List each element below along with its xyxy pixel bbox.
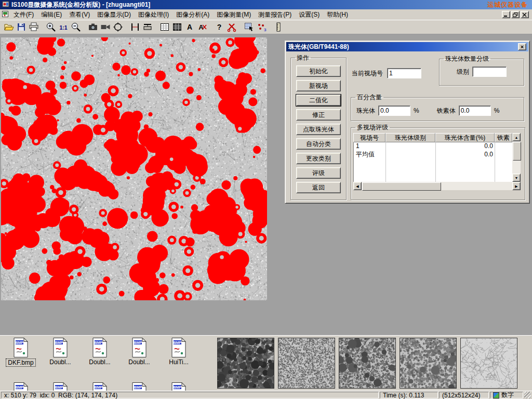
- pointer-grid-icon[interactable]: [243, 21, 255, 33]
- mdi-window-buttons: [502, 11, 530, 18]
- ops-button-8[interactable]: 返回: [296, 182, 341, 193]
- menu-item-0[interactable]: 文件(F): [10, 9, 37, 20]
- menu-item-8[interactable]: 设置(S): [295, 9, 323, 20]
- grade-input[interactable]: [472, 66, 507, 77]
- thumbnail-image-2[interactable]: [339, 338, 396, 389]
- thumbnail-image-1[interactable]: [278, 338, 335, 389]
- micrograph-image[interactable]: [1, 37, 267, 300]
- open-icon[interactable]: [3, 21, 15, 33]
- table-vertical-scrollbar[interactable]: ▲ ▼: [512, 133, 521, 182]
- thumbnail-image-4[interactable]: [460, 338, 517, 389]
- child-minimize-button[interactable]: [502, 11, 510, 18]
- grid-measure-icon[interactable]: [158, 21, 170, 33]
- caliper-icon[interactable]: [129, 21, 141, 33]
- statusbar: x: 510 y: 79 idx: 0 RGB: (174, 174, 174)…: [0, 391, 532, 399]
- percent-sign: %: [494, 107, 500, 114]
- thumbnail-image-3[interactable]: [400, 338, 457, 389]
- child-close-button[interactable]: [521, 11, 529, 18]
- file-item-partial[interactable]: BMP: [122, 382, 157, 391]
- app-window: IS100显微摄像系统(金相分析版) - [zhuguangti01] 运城仪器…: [0, 0, 532, 399]
- grading-group: 珠光体数量分级 级别: [439, 55, 524, 86]
- counter-icon[interactable]: 3: [255, 21, 267, 33]
- video-icon[interactable]: [99, 21, 111, 33]
- file-item-partial[interactable]: BMP: [82, 382, 117, 391]
- menu-item-7[interactable]: 测量报告(P): [255, 9, 295, 20]
- ops-button-0[interactable]: 初始化: [296, 65, 341, 77]
- help-icon[interactable]: ?: [213, 21, 225, 33]
- scroll-up-icon[interactable]: ▲: [512, 133, 521, 141]
- file-item-0[interactable]: BMPDKF.bmp: [3, 337, 38, 367]
- menu-item-3[interactable]: 图像显示(D): [94, 9, 135, 20]
- multi-field-group: 多视场评级 视场号珠光体级别珠光体含量(%)铁素 10.0平均值0.0 ▲ ▼ …: [351, 123, 525, 200]
- menu-item-4[interactable]: 图像处理(I): [135, 9, 172, 20]
- current-field-input[interactable]: [387, 68, 421, 78]
- mode-panel: 数字: [490, 392, 523, 398]
- bmp-file-icon: BMP: [130, 382, 148, 391]
- file-item-1[interactable]: BMPDoubl...: [43, 337, 78, 367]
- save-icon[interactable]: [15, 21, 27, 33]
- stage-icon[interactable]: [141, 21, 153, 33]
- scroll-right-icon[interactable]: ▶: [512, 182, 521, 190]
- file-item-3[interactable]: BMPDoubl...: [122, 337, 157, 367]
- ops-button-2[interactable]: 二值化: [296, 95, 341, 106]
- ops-button-7[interactable]: 评级: [296, 167, 341, 179]
- text-strike-icon[interactable]: A: [196, 21, 208, 33]
- svg-text:1:1: 1:1: [59, 24, 67, 31]
- mdi-child-icon[interactable]: [2, 10, 9, 19]
- file-label: Doubl...: [87, 358, 112, 366]
- cut-icon[interactable]: [225, 21, 237, 33]
- menu-item-6[interactable]: 图像测量(M): [213, 9, 255, 20]
- thumbnail-image-0[interactable]: [217, 338, 274, 389]
- ops-button-6[interactable]: 更改类别: [296, 153, 341, 164]
- pearlite-percent-input[interactable]: [378, 105, 410, 116]
- child-restore-button[interactable]: [511, 11, 520, 18]
- scroll-down-icon[interactable]: ▼: [512, 174, 521, 182]
- ops-button-1[interactable]: 新视场: [296, 80, 341, 91]
- zoom-in-icon[interactable]: [45, 21, 57, 33]
- file-item-partial[interactable]: BMP: [43, 382, 78, 391]
- menu-item-5[interactable]: 图像分析(A): [172, 9, 213, 20]
- ferrite-percent-input[interactable]: [459, 105, 491, 116]
- menu-item-9[interactable]: 帮助(H): [323, 9, 352, 20]
- hscroll-thumb[interactable]: [362, 182, 441, 191]
- svg-text:A: A: [198, 23, 204, 31]
- vscroll-thumb[interactable]: [513, 142, 521, 161]
- ops-button-5[interactable]: 自动分类: [296, 138, 341, 150]
- menu-item-1[interactable]: 编辑(E): [37, 9, 65, 20]
- ops-button-3[interactable]: 修正: [296, 109, 341, 121]
- scroll-left-icon[interactable]: ◀: [353, 182, 362, 190]
- ruler-icon[interactable]: [272, 21, 284, 33]
- table-header-0[interactable]: 视场号: [353, 133, 385, 142]
- svg-text:BMP: BMP: [16, 341, 24, 344]
- table-header-1[interactable]: 珠光体级别: [385, 133, 435, 142]
- print-icon[interactable]: [28, 21, 39, 33]
- table-row[interactable]: 平均值0.0: [354, 151, 513, 159]
- time-panel: Time (s): 0.113: [380, 392, 438, 398]
- table-horizontal-scrollbar[interactable]: ◀ ▶: [353, 182, 521, 190]
- file-item-2[interactable]: BMPDoubl...: [82, 337, 117, 367]
- svg-text:A: A: [187, 23, 192, 31]
- resize-grip[interactable]: [524, 392, 531, 398]
- actual-size-icon[interactable]: 1:1: [57, 21, 69, 33]
- file-item-partial[interactable]: BMP: [3, 382, 38, 391]
- dialog-titlebar[interactable]: 珠光体(GB/T9441-88) ×: [286, 42, 528, 51]
- grid-dark-icon[interactable]: [171, 21, 183, 33]
- table-header-row: 视场号珠光体级别珠光体含量(%)铁素: [353, 133, 512, 142]
- table-row[interactable]: 10.0: [354, 142, 513, 151]
- zoom-out-icon[interactable]: [70, 21, 82, 33]
- cursor-position-panel: x: 510 y: 79 idx: 0 RGB: (174, 174, 174): [1, 392, 379, 398]
- text-a-icon[interactable]: A: [183, 21, 195, 33]
- table-header-2[interactable]: 珠光体含量(%): [435, 133, 495, 142]
- file-item-partial[interactable]: BMP: [161, 382, 196, 391]
- file-item-4[interactable]: BMPHuiTi...: [161, 337, 196, 367]
- ops-button-4[interactable]: 点取珠光体: [296, 124, 341, 135]
- camera-icon[interactable]: [87, 21, 99, 33]
- menu-item-2[interactable]: 查看(V): [65, 9, 94, 20]
- svg-text:BMP: BMP: [174, 341, 182, 344]
- dialog-close-button[interactable]: ×: [518, 43, 526, 50]
- svg-text:3: 3: [264, 28, 267, 32]
- percent-group-label: 百分含量: [355, 93, 383, 102]
- table-header-3[interactable]: 铁素: [495, 133, 512, 142]
- capture-icon[interactable]: [112, 21, 124, 33]
- svg-text:?: ?: [217, 23, 221, 31]
